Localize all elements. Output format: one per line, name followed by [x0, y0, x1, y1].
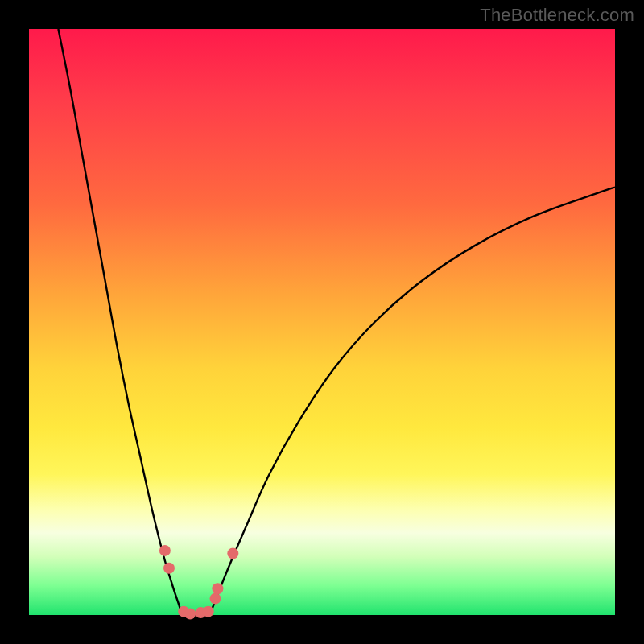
data-point-marker	[227, 548, 238, 559]
data-point-marker	[163, 563, 175, 574]
data-point-marker	[159, 545, 171, 556]
watermark-text: TheBottleneck.com	[480, 5, 634, 26]
chart-frame: TheBottleneck.com	[0, 0, 644, 644]
data-point-marker	[212, 583, 223, 594]
plot-area	[29, 29, 615, 615]
data-point-marker	[184, 609, 196, 620]
data-point-marker	[203, 606, 214, 617]
data-point-marker	[210, 593, 221, 605]
data-point-markers	[29, 29, 615, 615]
